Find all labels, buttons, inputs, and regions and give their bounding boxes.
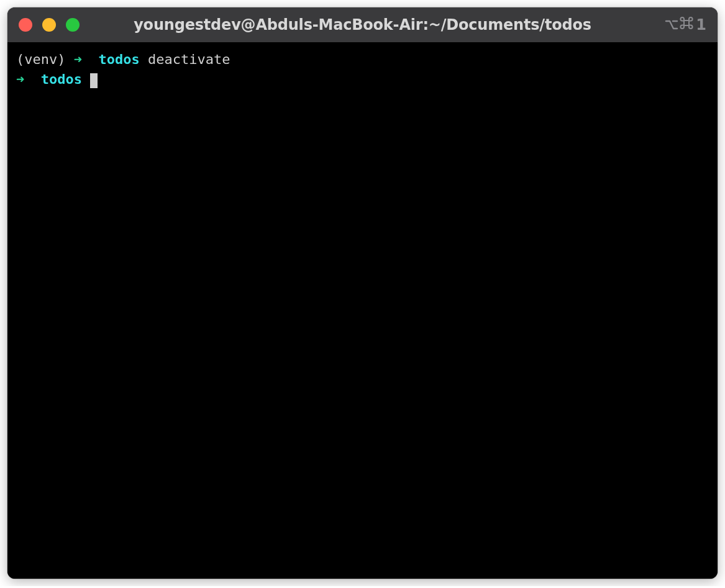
prompt-arrow-icon: ➜: [74, 52, 82, 67]
command-key-icon: [680, 16, 693, 34]
terminal-body[interactable]: (venv) ➜ todos deactivate ➜ todos: [7, 42, 718, 579]
prompt-arrow-icon: ➜: [16, 71, 24, 87]
window-title: youngestdev@Abduls-MacBook-Air:~/Documen…: [134, 16, 591, 34]
option-key-icon: [665, 18, 678, 32]
minimize-button[interactable]: [42, 18, 56, 32]
command-text: deactivate: [148, 52, 230, 67]
window-controls: [19, 18, 80, 32]
virtualenv-indicator: (venv): [16, 52, 65, 67]
prompt-directory: todos: [98, 52, 139, 67]
terminal-window: youngestdev@Abduls-MacBook-Air:~/Documen…: [7, 7, 718, 579]
close-button[interactable]: [19, 18, 32, 32]
terminal-line: ➜ todos: [16, 70, 709, 89]
pane-number: 1: [696, 16, 706, 34]
pane-indicator: 1: [665, 16, 706, 34]
titlebar[interactable]: youngestdev@Abduls-MacBook-Air:~/Documen…: [7, 7, 718, 42]
cursor-icon: [90, 73, 98, 88]
terminal-line: (venv) ➜ todos deactivate: [16, 50, 709, 70]
maximize-button[interactable]: [66, 18, 80, 32]
prompt-directory: todos: [41, 71, 82, 87]
